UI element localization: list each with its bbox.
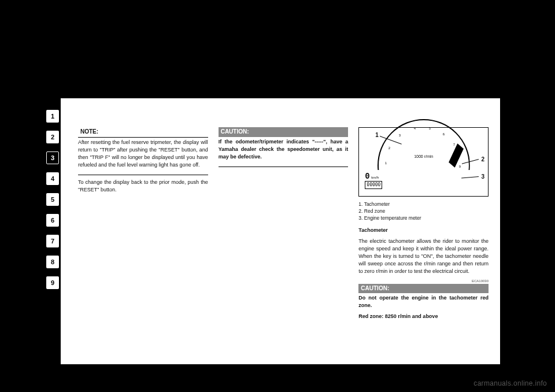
- tab-6: 6: [46, 214, 59, 227]
- reference-code: ECA10030: [358, 279, 489, 284]
- dial-unit-label: 1000 r/min: [406, 154, 441, 165]
- tip-text: To change the display back to the prior …: [78, 179, 208, 194]
- watermark: carmanuals.online.info: [473, 379, 547, 387]
- callout-3: 3: [481, 173, 484, 182]
- callout-1: 1: [375, 131, 379, 140]
- callout-2: 2: [481, 156, 484, 164]
- tick-6: 6: [443, 132, 445, 137]
- tick-3: 3: [399, 133, 401, 138]
- divider: [78, 175, 208, 175]
- tick-2: 2: [388, 146, 390, 151]
- tachometer-figure: 1 2 3 4 5 6 7 8 9 1000 r/min 0 km/h: [358, 127, 489, 197]
- note-label: NOTE:: [78, 127, 208, 138]
- tab-9: 9: [46, 276, 59, 289]
- chapter-tabs: 1 2 3 4 5 6 7 8 9: [46, 110, 61, 289]
- manual-page: NOTE: After resetting the fuel reserve t…: [61, 98, 500, 364]
- tab-4: 4: [46, 172, 59, 185]
- column-left: NOTE: After resetting the fuel reserve t…: [78, 127, 208, 353]
- note-text: After resetting the fuel reserve tripmet…: [78, 139, 208, 169]
- tick-5: 5: [429, 126, 431, 131]
- tab-2: 2: [46, 131, 59, 143]
- caution-text-2: Do not operate the engine in the tachome…: [358, 294, 489, 309]
- divider: [219, 167, 349, 167]
- lcd-unit: km/h: [371, 176, 379, 179]
- tab-5: 5: [46, 193, 59, 206]
- tick-4: 4: [414, 126, 416, 131]
- lcd-display: 0 km/h 00000: [365, 172, 399, 189]
- tab-8: 8: [46, 256, 59, 268]
- tab-3: 3: [46, 151, 59, 164]
- tachometer-body: The electric tachometer allows the rider…: [358, 238, 489, 275]
- tab-1: 1: [46, 110, 59, 123]
- page-columns: NOTE: After resetting the fuel reserve t…: [61, 98, 500, 364]
- column-middle: CAUTION: If the odometer/tripmeter indic…: [219, 127, 349, 353]
- section-heading: Tachometer: [358, 227, 489, 234]
- column-right: 1 2 3 4 5 6 7 8 9 1000 r/min 0 km/h: [358, 127, 489, 353]
- lcd-speed-value: 0: [365, 171, 369, 180]
- lcd-odometer: 00000: [365, 181, 382, 189]
- caution-label: CAUTION:: [219, 127, 349, 137]
- tick-7: 7: [453, 142, 455, 147]
- caution-redzone-spec: Red zone: 8250 r/min and above: [358, 313, 489, 320]
- caution-text: If the odometer/tripmeter indicates "---…: [219, 138, 349, 161]
- caution-label-2: CAUTION:: [358, 284, 489, 294]
- tab-7: 7: [46, 235, 59, 247]
- legend-item-3: 3. Engine temperature meter: [358, 215, 489, 222]
- legend-item-2: 2. Red zone: [358, 208, 489, 215]
- tick-9: 9: [459, 164, 461, 169]
- tick-1: 1: [385, 161, 387, 166]
